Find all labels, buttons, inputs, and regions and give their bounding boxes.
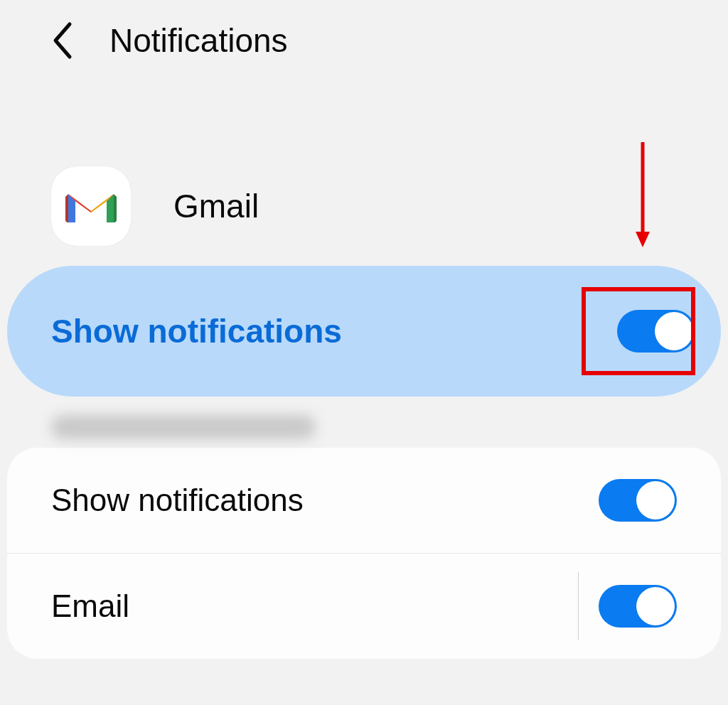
account-show-notifications-label: Show notifications: [51, 483, 304, 518]
app-header-row: Gmail: [0, 166, 728, 246]
row-divider: [578, 572, 579, 640]
account-show-notifications-row[interactable]: Show notifications: [7, 448, 721, 553]
email-category-toggle[interactable]: [599, 585, 677, 628]
master-notifications-label: Show notifications: [51, 312, 342, 350]
master-notifications-row[interactable]: Show notifications: [7, 266, 721, 397]
account-show-notifications-toggle[interactable]: [599, 479, 677, 522]
header-bar: Notifications: [0, 0, 728, 74]
gmail-icon: [51, 166, 131, 246]
email-category-label: Email: [51, 588, 129, 624]
notification-settings-card: Show notifications Email: [7, 448, 721, 659]
back-icon[interactable]: [50, 21, 74, 60]
app-name-label: Gmail: [173, 187, 259, 225]
master-notifications-toggle[interactable]: [617, 310, 695, 352]
page-title: Notifications: [109, 21, 288, 60]
email-category-row[interactable]: Email: [7, 553, 721, 659]
account-email-blurred: [51, 415, 316, 439]
